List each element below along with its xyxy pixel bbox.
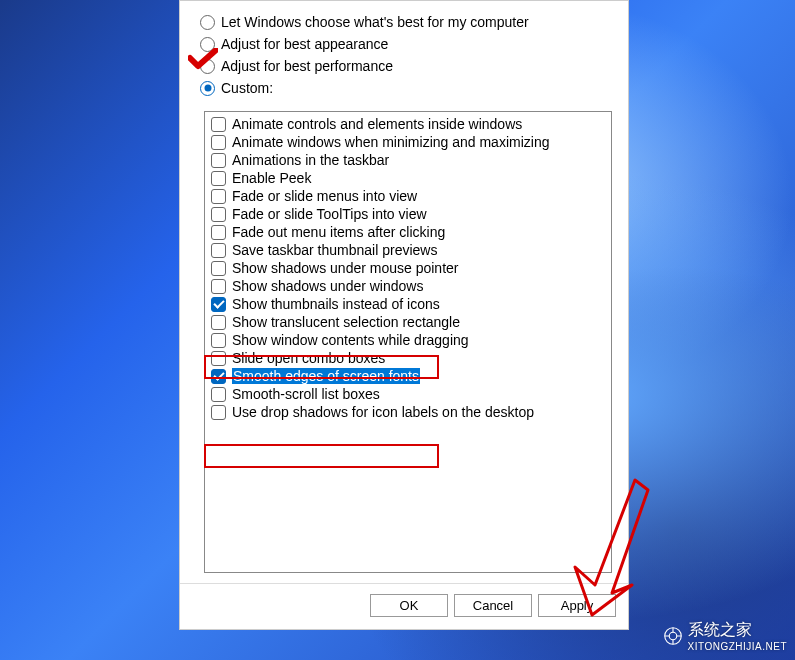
option-label: Animations in the taskbar	[232, 152, 389, 168]
checkbox-icon	[211, 261, 226, 276]
option-label: Smooth-scroll list boxes	[232, 386, 380, 402]
radio-label: Let Windows choose what's best for my co…	[221, 14, 529, 30]
performance-options-dialog: Let Windows choose what's best for my co…	[179, 0, 629, 630]
option-label: Show shadows under windows	[232, 278, 423, 294]
option-translucent-selection[interactable]: Show translucent selection rectangle	[209, 313, 607, 331]
radio-label: Adjust for best performance	[221, 58, 393, 74]
checkbox-icon	[211, 369, 226, 384]
checkbox-icon	[211, 153, 226, 168]
watermark-text: 系统之家	[688, 620, 788, 641]
checkbox-icon	[211, 297, 226, 312]
visual-effects-radio-group: Let Windows choose what's best for my co…	[180, 1, 628, 107]
radio-label: Custom:	[221, 80, 273, 96]
dialog-button-row: OK Cancel Apply	[180, 583, 628, 629]
ok-button[interactable]: OK	[370, 594, 448, 617]
option-drop-shadows-icons[interactable]: Use drop shadows for icon labels on the …	[209, 403, 607, 421]
option-fade-menus[interactable]: Fade or slide menus into view	[209, 187, 607, 205]
checkbox-icon	[211, 387, 226, 402]
option-label: Fade or slide ToolTips into view	[232, 206, 427, 222]
watermark-icon	[664, 627, 682, 645]
checkbox-icon	[211, 333, 226, 348]
cancel-button[interactable]: Cancel	[454, 594, 532, 617]
option-label: Use drop shadows for icon labels on the …	[232, 404, 534, 420]
checkbox-icon	[211, 117, 226, 132]
checkbox-icon	[211, 351, 226, 366]
radio-icon	[200, 81, 215, 96]
radio-custom[interactable]: Custom:	[200, 77, 608, 99]
option-slide-combo[interactable]: Slide open combo boxes	[209, 349, 607, 367]
radio-let-windows-choose[interactable]: Let Windows choose what's best for my co…	[200, 11, 608, 33]
checkbox-icon	[211, 279, 226, 294]
checkbox-icon	[211, 171, 226, 186]
option-fade-menu-items[interactable]: Fade out menu items after clicking	[209, 223, 607, 241]
option-smooth-scroll[interactable]: Smooth-scroll list boxes	[209, 385, 607, 403]
red-check-annotation	[188, 48, 218, 70]
option-show-thumbnails[interactable]: Show thumbnails instead of icons	[209, 295, 607, 313]
option-label: Show shadows under mouse pointer	[232, 260, 458, 276]
option-smooth-fonts[interactable]: Smooth edges of screen fonts	[209, 367, 607, 385]
option-enable-peek[interactable]: Enable Peek	[209, 169, 607, 187]
watermark-url: XITONGZHIJIA.NET	[688, 641, 788, 652]
option-shadows-mouse[interactable]: Show shadows under mouse pointer	[209, 259, 607, 277]
checkbox-icon	[211, 225, 226, 240]
radio-best-appearance[interactable]: Adjust for best appearance	[200, 33, 608, 55]
option-fade-tooltips[interactable]: Fade or slide ToolTips into view	[209, 205, 607, 223]
checkbox-icon	[211, 243, 226, 258]
checkbox-icon	[211, 189, 226, 204]
radio-label: Adjust for best appearance	[221, 36, 388, 52]
option-save-thumbnail-previews[interactable]: Save taskbar thumbnail previews	[209, 241, 607, 259]
option-label: Animate controls and elements inside win…	[232, 116, 522, 132]
radio-icon	[200, 15, 215, 30]
radio-best-performance[interactable]: Adjust for best performance	[200, 55, 608, 77]
option-label: Fade out menu items after clicking	[232, 224, 445, 240]
apply-button[interactable]: Apply	[538, 594, 616, 617]
option-label: Fade or slide menus into view	[232, 188, 417, 204]
option-animations-taskbar[interactable]: Animations in the taskbar	[209, 151, 607, 169]
checkbox-icon	[211, 207, 226, 222]
option-label: Show translucent selection rectangle	[232, 314, 460, 330]
option-label: Enable Peek	[232, 170, 311, 186]
option-window-contents-dragging[interactable]: Show window contents while dragging	[209, 331, 607, 349]
svg-point-1	[669, 632, 677, 640]
option-shadows-windows[interactable]: Show shadows under windows	[209, 277, 607, 295]
option-animate-controls[interactable]: Animate controls and elements inside win…	[209, 115, 607, 133]
option-label: Show window contents while dragging	[232, 332, 469, 348]
custom-options-list[interactable]: Animate controls and elements inside win…	[204, 111, 612, 573]
option-label: Smooth edges of screen fonts	[232, 368, 420, 384]
option-label: Show thumbnails instead of icons	[232, 296, 440, 312]
option-label: Save taskbar thumbnail previews	[232, 242, 437, 258]
option-label: Slide open combo boxes	[232, 350, 385, 366]
checkbox-icon	[211, 405, 226, 420]
checkbox-icon	[211, 315, 226, 330]
checkbox-icon	[211, 135, 226, 150]
option-animate-windows[interactable]: Animate windows when minimizing and maxi…	[209, 133, 607, 151]
option-label: Animate windows when minimizing and maxi…	[232, 134, 549, 150]
watermark: 系统之家 XITONGZHIJIA.NET	[664, 620, 788, 652]
